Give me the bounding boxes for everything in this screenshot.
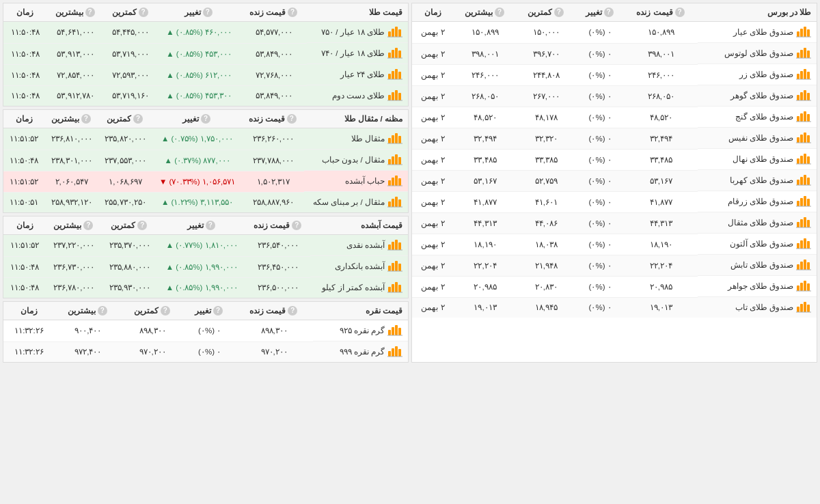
svg-rect-63 [807, 283, 810, 291]
row-min: ۵۳,۷۱۹,۱۶۰ [104, 85, 157, 106]
help-icon-min[interactable]: ? [554, 8, 564, 17]
svg-rect-77 [395, 48, 398, 58]
row-time: ۱۱:۵۱:۵۲ [3, 171, 44, 192]
svg-rect-131 [392, 348, 394, 356]
row-name: گرم نقره ۹۲۵ [340, 326, 385, 335]
chart-icon[interactable] [796, 258, 811, 272]
chart-icon[interactable] [796, 237, 811, 251]
svg-rect-0 [797, 31, 800, 37]
chart-icon[interactable] [387, 195, 402, 209]
chart-icon[interactable] [796, 279, 811, 293]
chart-icon[interactable] [796, 173, 811, 187]
chart-icon[interactable] [796, 152, 811, 166]
gold-price-title: قیمت طلا [369, 8, 402, 16]
help-icon[interactable]: ? [81, 114, 91, 124]
row-change: ۰ (۰%) [575, 212, 625, 234]
svg-rect-32 [804, 154, 806, 164]
row-time: ۲ بهمن [412, 191, 454, 212]
row-time: ۱۱:۵۱:۵۲ [3, 128, 44, 150]
svg-rect-106 [392, 199, 394, 207]
mt-time-header: زمان [3, 110, 44, 128]
help-icon[interactable]: ? [213, 306, 223, 316]
chart-icon[interactable] [796, 46, 811, 60]
row-min: ۴۱,۶۰۱ [517, 191, 575, 212]
help-icon[interactable]: ? [139, 8, 148, 17]
chart-icon[interactable] [387, 324, 402, 337]
chart-icon[interactable] [387, 68, 402, 81]
help-icon[interactable]: ? [85, 8, 95, 17]
row-change: ۰ (۰%) [184, 320, 236, 342]
row-price: ۵۳,۸۴۹,۰۰۰ [241, 85, 308, 106]
row-change: ۰ (۰%) [575, 234, 625, 255]
svg-rect-50 [797, 243, 800, 249]
chart-icon[interactable] [796, 131, 811, 145]
svg-rect-71 [392, 29, 394, 37]
chart-icon[interactable] [796, 89, 811, 102]
row-max: ۷۲,۸۵۴,۰۰۰ [47, 64, 104, 85]
help-icon-price[interactable]: ? [675, 8, 685, 17]
help-icon[interactable]: ? [287, 114, 297, 124]
gp-name-header: قیمت طلا [307, 3, 408, 22]
help-icon[interactable]: ? [288, 306, 297, 316]
svg-rect-53 [807, 241, 810, 249]
svg-rect-113 [398, 242, 401, 250]
row-min: ۲۰,۸۳۰ [517, 276, 575, 297]
chart-icon[interactable] [387, 174, 402, 188]
svg-rect-128 [398, 328, 401, 335]
help-icon[interactable]: ? [292, 221, 301, 230]
chart-icon[interactable] [387, 238, 402, 252]
chart-icon[interactable] [796, 25, 811, 39]
svg-rect-57 [804, 260, 806, 270]
help-icon-change[interactable]: ? [604, 8, 614, 17]
svg-rect-121 [392, 284, 394, 292]
help-icon[interactable]: ? [206, 221, 215, 230]
svg-rect-8 [807, 51, 810, 58]
row-change: ۱,۷۵۰,۰۰۰ (۰.۷۵%) ▲ [152, 128, 242, 150]
gp-time-header: زمان [3, 3, 47, 22]
chart-icon[interactable] [796, 68, 811, 81]
help-icon[interactable]: ? [288, 8, 297, 17]
chart-icon[interactable] [796, 110, 811, 124]
svg-rect-66 [800, 304, 803, 312]
row-min: ۹۷۰,۲۰۰ [122, 341, 184, 362]
svg-rect-110 [388, 244, 391, 250]
ab-name-header: قیمت آبشده [310, 216, 408, 235]
chart-icon[interactable] [387, 281, 402, 294]
svg-rect-13 [807, 72, 810, 79]
help-icon[interactable]: ? [161, 306, 170, 316]
row-max: ۲۴۶,۰۰۰ [454, 64, 517, 85]
help-icon[interactable]: ? [137, 221, 147, 230]
row-change: ۴۵۳,۳۰۰ (۰.۸۵%) ▲ [157, 85, 241, 106]
chart-icon[interactable] [796, 195, 811, 208]
chart-icon[interactable] [387, 260, 402, 273]
chart-icon[interactable] [387, 89, 402, 102]
row-time: ۲ بهمن [412, 22, 454, 44]
help-icon[interactable]: ? [133, 114, 143, 124]
chart-icon[interactable] [387, 132, 402, 145]
svg-rect-120 [388, 287, 391, 292]
chart-icon[interactable] [796, 300, 811, 314]
gp-change-header: ?تغییر [157, 3, 241, 22]
col-change-header: ? تغییر [575, 3, 625, 22]
chart-icon[interactable] [796, 216, 811, 229]
help-icon[interactable]: ? [98, 306, 107, 316]
help-icon[interactable]: ? [203, 8, 213, 17]
row-name: مثقال / بر مبنای سکه [313, 197, 385, 207]
chart-icon[interactable] [387, 25, 402, 39]
row-min: ۵۲,۷۵۹ [517, 170, 575, 191]
help-icon-max[interactable]: ? [495, 8, 504, 17]
chart-icon[interactable] [387, 46, 402, 60]
row-name: صندوق طلای تابش [730, 260, 793, 270]
row-time: ۲ بهمن [412, 170, 454, 191]
row-name: صندوق طلای گوهر [730, 91, 793, 100]
row-name-cell: صندوق طلای گنج [698, 107, 817, 128]
chart-icon[interactable] [387, 345, 402, 359]
row-name: صندوق طلای لوتوس [724, 48, 793, 58]
chart-icon[interactable] [387, 153, 402, 167]
help-icon[interactable]: ? [201, 114, 210, 124]
help-icon[interactable]: ? [83, 221, 93, 230]
row-min: ۷۲,۵۹۳,۰۰۰ [104, 64, 157, 85]
svg-rect-23 [807, 114, 810, 122]
svg-rect-127 [395, 325, 398, 335]
row-name-cell: صندوق طلای کهربا [698, 170, 817, 191]
